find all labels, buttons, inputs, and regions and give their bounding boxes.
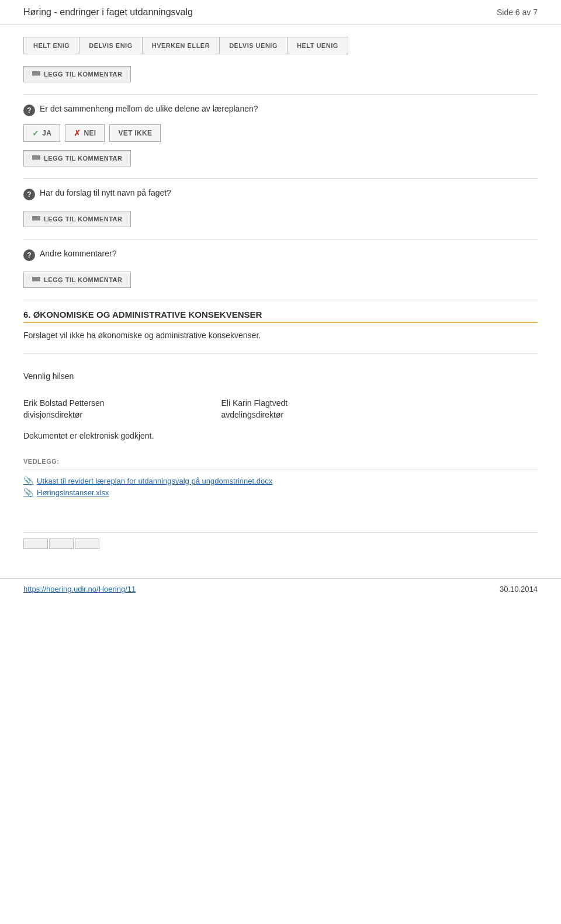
footer-date: 30.10.2014 xyxy=(500,585,538,593)
section-6-body: Forslaget vil ikke ha økonomiske og admi… xyxy=(23,329,538,342)
comment-icon-4 xyxy=(32,277,40,283)
divider-5 xyxy=(23,353,538,354)
question2-icon: ? xyxy=(23,189,35,200)
comment-button-label-3: LEGG TIL KOMMENTAR xyxy=(44,216,122,223)
comment-button-label-2: LEGG TIL KOMMENTAR xyxy=(44,155,122,162)
signatory-1: Erik Bolstad Pettersen divisjonsdirektør xyxy=(23,398,105,419)
add-comment-button-3[interactable]: LEGG TIL KOMMENTAR xyxy=(23,211,131,227)
comment-button-label-4: LEGG TIL KOMMENTAR xyxy=(44,276,122,283)
signatory2-title: avdelingsdirektør xyxy=(221,410,288,419)
page-info: Side 6 av 7 xyxy=(497,8,538,17)
add-comment-button-1[interactable]: LEGG TIL KOMMENTAR xyxy=(23,66,131,82)
question3-row: ? Andre kommentarer? xyxy=(23,249,538,261)
closing-greeting: Vennlig hilsen xyxy=(23,371,538,381)
cross-icon: ✗ xyxy=(74,128,81,138)
rating-hverken-eller[interactable]: HVERKEN ELLER xyxy=(142,37,219,54)
section-6-heading: 6. ØKONOMISKE OG ADMINISTRATIVE KONSEKVE… xyxy=(23,310,538,323)
signatory-2: Eli Karin Flagtvedt avdelingsdirektør xyxy=(221,398,288,419)
vedlegg-section: VEDLEGG: 📎 Utkast til revidert læreplan … xyxy=(23,458,538,497)
answer-ja-label: JA xyxy=(42,129,51,137)
signatories: Erik Bolstad Pettersen divisjonsdirektør… xyxy=(23,398,538,419)
question2-text: Har du forslag til nytt navn på faget? xyxy=(40,188,171,197)
rating-delvis-enig[interactable]: DELVIS ENIG xyxy=(79,37,141,54)
divider-3 xyxy=(23,239,538,239)
add-comment-button-2[interactable]: LEGG TIL KOMMENTAR xyxy=(23,150,131,166)
divider-4 xyxy=(23,300,538,300)
footer-url[interactable]: https://hoering.udir.no/Hoering/11 xyxy=(23,585,136,593)
bottom-bar: https://hoering.udir.no/Hoering/11 30.10… xyxy=(0,578,561,599)
divider-1 xyxy=(23,94,538,95)
footer-nav xyxy=(23,532,538,549)
vedlegg-label: VEDLEGG: xyxy=(23,458,538,465)
comment-icon-3 xyxy=(32,216,40,222)
signatory1-name: Erik Bolstad Pettersen xyxy=(23,398,105,408)
clip-icon-2: 📎 xyxy=(23,488,33,497)
answer-options-q1: ✓ JA ✗ NEI VET IKKE xyxy=(23,124,538,142)
closing-section: Vennlig hilsen Erik Bolstad Pettersen di… xyxy=(23,371,538,440)
nav-btn-1[interactable] xyxy=(23,539,48,549)
vedlegg-link-2-text: Høringsinstanser.xlsx xyxy=(37,488,109,497)
vedlegg-link-2[interactable]: 📎 Høringsinstanser.xlsx xyxy=(23,488,538,497)
vedlegg-link-1-text: Utkast til revidert læreplan for utdanni… xyxy=(37,477,272,485)
answer-ja-button[interactable]: ✓ JA xyxy=(23,124,60,142)
check-icon: ✓ xyxy=(32,128,39,138)
comment-icon-1 xyxy=(32,71,40,77)
vedlegg-link-1[interactable]: 📎 Utkast til revidert læreplan for utdan… xyxy=(23,476,538,485)
answer-vet-ikke-label: VET IKKE xyxy=(118,129,152,137)
page-header: Høring - endringer i faget utdanningsval… xyxy=(0,0,561,25)
answer-vet-ikke-button[interactable]: VET IKKE xyxy=(109,124,161,142)
page-title: Høring - endringer i faget utdanningsval… xyxy=(23,7,193,18)
electronic-note: Dokumentet er elektronisk godkjent. xyxy=(23,431,538,440)
question2-row: ? Har du forslag til nytt navn på faget? xyxy=(23,188,538,200)
add-comment-button-4[interactable]: LEGG TIL KOMMENTAR xyxy=(23,272,131,288)
nav-btn-3[interactable] xyxy=(75,539,99,549)
vedlegg-divider xyxy=(23,470,538,470)
answer-nei-label: NEI xyxy=(84,129,96,137)
signatory1-title: divisjonsdirektør xyxy=(23,410,105,419)
signatory2-name: Eli Karin Flagtvedt xyxy=(221,398,288,408)
question1-icon: ? xyxy=(23,105,35,116)
comment-button-label-1: LEGG TIL KOMMENTAR xyxy=(44,71,122,78)
question1-text: Er det sammenheng mellom de ulike delene… xyxy=(40,104,258,113)
clip-icon-1: 📎 xyxy=(23,476,33,485)
answer-nei-button[interactable]: ✗ NEI xyxy=(65,124,105,142)
rating-helt-enig[interactable]: HELT ENIG xyxy=(23,37,79,54)
divider-2 xyxy=(23,178,538,179)
question3-text: Andre kommentarer? xyxy=(40,249,117,258)
rating-delvis-uenig[interactable]: DELVIS UENIG xyxy=(219,37,287,54)
nav-btn-2[interactable] xyxy=(49,539,74,549)
section-6-title: ØKONOMISKE OG ADMINISTRATIVE KONSEKVENSE… xyxy=(33,310,262,319)
question3-icon: ? xyxy=(23,249,35,261)
section-6-number: 6. xyxy=(23,310,31,319)
rating-options-row: HELT ENIG DELVIS ENIG HVERKEN ELLER DELV… xyxy=(23,37,538,54)
footer-nav-buttons xyxy=(23,539,99,549)
rating-helt-uenig[interactable]: HELT UENIG xyxy=(287,37,348,54)
question1-row: ? Er det sammenheng mellom de ulike dele… xyxy=(23,104,538,116)
main-content: HELT ENIG DELVIS ENIG HVERKEN ELLER DELV… xyxy=(0,25,561,572)
comment-icon-2 xyxy=(32,155,40,161)
